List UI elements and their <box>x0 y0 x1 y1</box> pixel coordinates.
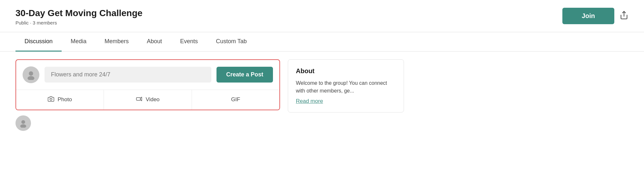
share-icon[interactable] <box>619 11 629 22</box>
page-wrapper: 30-Day Get Moving Challenge Public · 3 m… <box>0 0 644 196</box>
avatar <box>23 66 39 83</box>
about-card-text: Welcome to the group! You can connect wi… <box>296 79 396 95</box>
header-actions: Join <box>562 8 629 24</box>
svg-point-3 <box>50 98 52 100</box>
group-title-area: 30-Day Get Moving Challenge Public · 3 m… <box>15 8 143 25</box>
svg-point-1 <box>29 71 33 75</box>
tab-media[interactable]: Media <box>62 32 96 52</box>
about-card-title: About <box>296 67 396 75</box>
bottom-peek <box>15 110 280 131</box>
tab-custom-tab[interactable]: Custom Tab <box>207 32 256 52</box>
tab-events[interactable]: Events <box>171 32 207 52</box>
svg-point-7 <box>20 124 26 128</box>
video-icon <box>136 96 142 104</box>
group-meta: Public · 3 members <box>15 20 143 25</box>
svg-point-6 <box>21 120 25 124</box>
gif-label: GIF <box>231 96 240 103</box>
left-panel: Create a Post Photo <box>15 59 280 131</box>
photo-label: Photo <box>57 96 72 103</box>
post-create-top: Create a Post <box>16 60 279 90</box>
create-post-button[interactable]: Create a Post <box>216 67 273 83</box>
svg-rect-4 <box>136 97 141 100</box>
post-create-box: Create a Post Photo <box>15 59 280 110</box>
group-title: 30-Day Get Moving Challenge <box>15 8 143 19</box>
bottom-avatar <box>15 115 31 131</box>
video-button[interactable]: Video <box>104 90 192 110</box>
group-header: 30-Day Get Moving Challenge Public · 3 m… <box>0 0 644 32</box>
tab-members[interactable]: Members <box>96 32 138 52</box>
about-card: About Welcome to the group! You can conn… <box>288 59 404 113</box>
read-more-link[interactable]: Read more <box>296 98 323 104</box>
main-content: Create a Post Photo <box>0 52 644 139</box>
nav-tabs: Discussion Media Members About Events Cu… <box>0 32 644 52</box>
camera-icon <box>48 96 54 104</box>
tab-about[interactable]: About <box>138 32 171 52</box>
right-panel: About Welcome to the group! You can conn… <box>288 59 404 131</box>
post-input[interactable] <box>45 67 211 83</box>
svg-marker-5 <box>141 97 142 101</box>
join-button[interactable]: Join <box>562 8 614 24</box>
gif-button[interactable]: GIF <box>192 90 279 110</box>
svg-point-2 <box>27 76 34 80</box>
video-label: Video <box>146 96 159 103</box>
photo-button[interactable]: Photo <box>16 90 104 110</box>
post-create-bottom: Photo Video GIF <box>16 90 279 110</box>
tab-discussion[interactable]: Discussion <box>15 32 62 52</box>
